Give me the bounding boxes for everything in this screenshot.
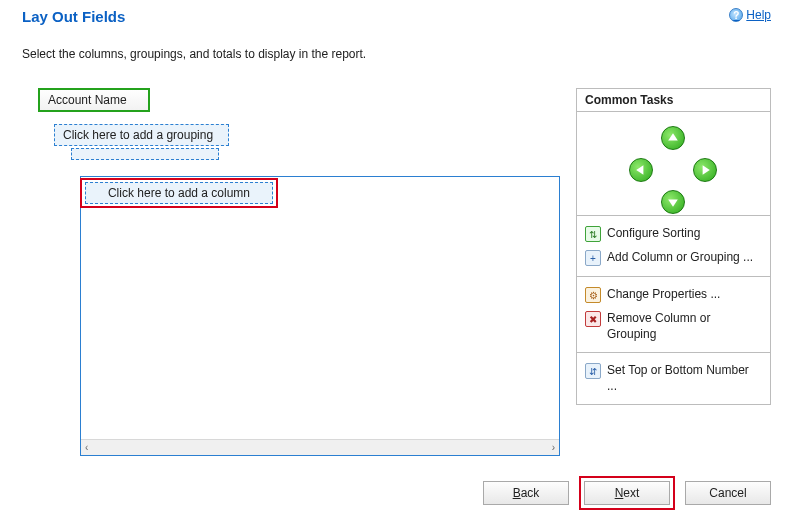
columns-canvas[interactable]: ‹ › xyxy=(80,176,560,456)
move-up-button[interactable] xyxy=(661,126,685,150)
grouping-sub-placeholder[interactable] xyxy=(71,148,219,160)
remove-icon: ✖ xyxy=(585,311,601,327)
top-bottom-icon: ⇵ xyxy=(585,363,601,379)
scroll-right-icon[interactable]: › xyxy=(552,442,555,453)
next-label-rest: ext xyxy=(623,486,639,500)
back-label-rest: ack xyxy=(521,486,540,500)
move-left-button[interactable] xyxy=(629,158,653,182)
set-top-bottom-label: Set Top or Bottom Number ... xyxy=(607,363,762,394)
add-grouping-placeholder[interactable]: Click here to add a grouping xyxy=(54,124,229,146)
add-column-icon: + xyxy=(585,250,601,266)
horizontal-scrollbar[interactable]: ‹ › xyxy=(81,439,559,455)
remove-column-grouping-label: Remove Column or Grouping xyxy=(607,311,762,342)
configure-sorting-label: Configure Sorting xyxy=(607,226,700,242)
back-button[interactable]: Back xyxy=(483,481,569,505)
add-column-grouping-label: Add Column or Grouping ... xyxy=(607,250,753,266)
scroll-left-icon[interactable]: ‹ xyxy=(85,442,88,453)
page-title: Lay Out Fields xyxy=(22,8,125,25)
add-column-placeholder[interactable]: Click here to add a column xyxy=(85,182,273,204)
help-icon: ? xyxy=(729,8,743,22)
next-button-highlight: Next xyxy=(579,476,675,510)
move-arrow-pad xyxy=(577,112,770,216)
change-properties-link[interactable]: ⚙ Change Properties ... xyxy=(577,283,770,307)
wizard-button-row: Back Next Cancel xyxy=(483,476,771,510)
change-properties-label: Change Properties ... xyxy=(607,287,720,303)
move-down-button[interactable] xyxy=(661,190,685,214)
properties-icon: ⚙ xyxy=(585,287,601,303)
arrow-up-icon xyxy=(667,132,679,144)
common-tasks-panel: Common Tasks ⇅ Configure Sorting + Add C… xyxy=(576,88,771,405)
arrow-right-icon xyxy=(699,164,711,176)
instruction-text: Select the columns, groupings, and total… xyxy=(0,25,793,61)
account-name-chip[interactable]: Account Name xyxy=(38,88,150,112)
cancel-button[interactable]: Cancel xyxy=(685,481,771,505)
move-right-button[interactable] xyxy=(693,158,717,182)
arrow-left-icon xyxy=(635,164,647,176)
sort-icon: ⇅ xyxy=(585,226,601,242)
set-top-bottom-link[interactable]: ⇵ Set Top or Bottom Number ... xyxy=(577,359,770,398)
help-link[interactable]: ? Help xyxy=(729,8,771,22)
common-tasks-heading: Common Tasks xyxy=(577,89,770,112)
arrow-down-icon xyxy=(667,196,679,208)
help-label: Help xyxy=(746,8,771,22)
next-button[interactable]: Next xyxy=(584,481,670,505)
configure-sorting-link[interactable]: ⇅ Configure Sorting xyxy=(577,222,770,246)
remove-column-grouping-link[interactable]: ✖ Remove Column or Grouping xyxy=(577,307,770,346)
add-column-grouping-link[interactable]: + Add Column or Grouping ... xyxy=(577,246,770,270)
